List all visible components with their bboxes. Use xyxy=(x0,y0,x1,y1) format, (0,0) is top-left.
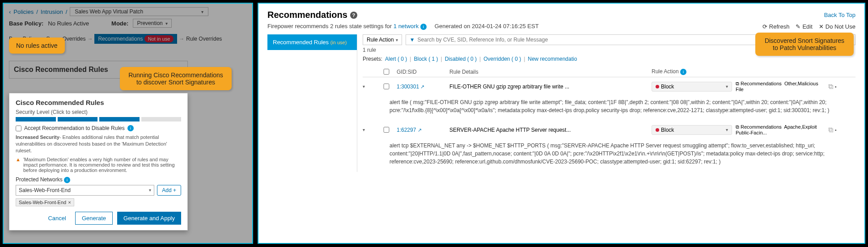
security-level-hint: (Click to select) xyxy=(51,109,88,115)
col-details: Rule Details xyxy=(449,69,648,75)
tab-recommendations-label: Recommendations xyxy=(98,36,143,42)
network-chip-label: Sales-Web-Front-End xyxy=(19,200,66,205)
table-row: ▾ 1:300301 ↗ FILE-OTHER GNU gzip zgrep a… xyxy=(363,77,855,96)
rule-detail: alert tcp $EXTERNAL_NET any -> $HOME_NET… xyxy=(363,139,855,172)
cancel-button[interactable]: Cancel xyxy=(43,212,70,225)
chevron-down-icon: ▾ xyxy=(726,84,728,89)
table-row: ▾ 1:62297 ↗ SERVER-APACHE Apache HTTP Se… xyxy=(363,121,855,139)
row-actions[interactable]: ⿻ ▪ xyxy=(829,127,855,133)
row-checkbox[interactable] xyxy=(380,127,393,133)
info-icon[interactable]: i xyxy=(127,125,134,131)
close-icon: ✕ xyxy=(819,23,824,30)
base-policy-label: Base Policy: xyxy=(9,20,43,27)
crumb-policies[interactable]: Policies xyxy=(13,8,34,15)
link-icon: ⧉ xyxy=(736,81,739,86)
max-detection-warning: ▲ 'Maximum Detection' enables a very hig… xyxy=(16,157,181,173)
preset-block[interactable]: Block ( 1 ) xyxy=(414,56,438,62)
block-icon xyxy=(656,85,659,88)
generate-apply-button[interactable]: Generate and Apply xyxy=(117,212,181,225)
rule-action-dropdown[interactable]: Rule Action ▾ xyxy=(363,34,402,45)
preset-new[interactable]: New recommendatio xyxy=(528,56,577,62)
rule-detail: alert file ( msg:"FILE-OTHER GNU gzip zg… xyxy=(363,96,855,121)
block-icon xyxy=(656,128,659,132)
chevron-down-icon: ▾ xyxy=(396,38,398,42)
col-action: Rule Action i xyxy=(652,68,732,75)
gid-sid[interactable]: 1:62297 ↗ xyxy=(397,127,446,133)
link-icon: ⧉ xyxy=(736,124,739,130)
generated-timestamp: Generated on 2024-01-24 07:16:25 EST xyxy=(435,23,539,29)
row-actions[interactable]: ⿻ ▪ xyxy=(829,84,855,89)
callout-discovered: Discovered Snort Signatures to Patch Vul… xyxy=(755,33,854,56)
tab-recommendations[interactable]: Recommendations Not in use xyxy=(94,34,177,44)
edit-button[interactable]: ✎ Edit xyxy=(796,23,812,30)
page-title: Recommendations ? xyxy=(267,10,357,20)
select-all-checkbox[interactable] xyxy=(380,69,393,75)
crumb-intrusion[interactable]: Intrusion xyxy=(41,8,63,15)
chevron-down-icon: ▾ xyxy=(201,9,203,14)
rule-title: SERVER-APACHE Apache HTTP Server request… xyxy=(449,127,648,133)
chevron-down-icon: ▾ xyxy=(165,21,168,26)
tab-rule-overrides[interactable]: Rule Overrides xyxy=(186,36,222,42)
presets-row: Presets: Alert ( 0 )| Block ( 1 )| Disab… xyxy=(363,56,855,62)
accept-disable-row: Accept Recommendation to Disable Rules i xyxy=(16,125,181,131)
mode-label: Mode: xyxy=(111,20,128,27)
table-header: GID:SID Rule Details Rule Action i xyxy=(363,67,855,77)
accept-disable-label: Accept Recommendation to Disable Rules xyxy=(24,125,125,131)
protected-networks-value: Sales-Web-Front-End xyxy=(19,187,71,193)
recommendation-summary: Firepower recommends 2 rules state setti… xyxy=(267,23,539,30)
policy-select-value: Sales Web App Virtual Patch xyxy=(75,8,143,15)
network-link[interactable]: 1 network xyxy=(394,23,419,29)
protected-networks-label: Protected Networks xyxy=(16,176,63,183)
gid-sid[interactable]: 1:300301 ↗ xyxy=(397,84,446,90)
row-checkbox[interactable] xyxy=(380,84,393,89)
refresh-icon: ⟳ xyxy=(762,23,767,30)
security-level-slider[interactable] xyxy=(16,117,181,121)
preset-overridden[interactable]: Overridden ( 0 ) xyxy=(483,56,521,62)
accept-disable-checkbox[interactable] xyxy=(16,126,21,131)
add-network-button[interactable]: Add + xyxy=(157,185,181,196)
rule-action-select[interactable]: Block▾ xyxy=(652,82,732,92)
chevron-left-icon[interactable]: ‹ xyxy=(9,8,11,15)
cisco-recommended-rules-modal: Cisco Recommended Rules Security Level (… xyxy=(9,93,188,230)
popout-icon[interactable]: ↗ xyxy=(418,127,422,133)
protected-networks-select[interactable]: Sales-Web-Front-End ▾ xyxy=(16,185,154,196)
recommendations-panel: Recommendations ? Back To Top Firepower … xyxy=(258,3,865,244)
base-policy-row: Base Policy: No Rules Active Mode: Preve… xyxy=(9,19,247,28)
in-use-badge: (in use) xyxy=(330,40,347,45)
preset-disabled[interactable]: Disabled ( 0 ) xyxy=(445,56,477,62)
warning-icon: ▲ xyxy=(16,157,21,173)
left-panel: ‹ Policies / Intrusion / Sales Web App V… xyxy=(3,3,253,244)
back-to-top-link[interactable]: Back To Top xyxy=(824,12,855,18)
increased-security-desc: Increased Security- Enables additional r… xyxy=(16,134,181,154)
expand-toggle[interactable]: ▾ xyxy=(363,84,376,89)
preset-alert[interactable]: Alert ( 0 ) xyxy=(385,56,407,62)
presets-label: Presets: xyxy=(363,56,382,62)
popout-icon[interactable]: ↗ xyxy=(420,84,424,89)
remove-chip-icon[interactable]: × xyxy=(68,200,71,205)
generate-button[interactable]: Generate xyxy=(75,212,113,225)
breadcrumb: ‹ Policies / Intrusion / Sales Web App V… xyxy=(9,7,247,16)
left-tabs: Recommended Rules (in use) xyxy=(267,34,357,172)
rule-meta: ⧉ Recommendations Other,Malicious File xyxy=(736,81,825,92)
expand-toggle[interactable]: ▾ xyxy=(363,127,376,132)
tab-recommended-rules[interactable]: Recommended Rules (in use) xyxy=(267,34,357,50)
network-chip: Sales-Web-Front-End × xyxy=(16,198,74,206)
rule-title: FILE-OTHER GNU gzip zgrep arbitrary file… xyxy=(449,84,648,90)
modal-title: Cisco Recommended Rules xyxy=(16,99,181,106)
mode-select[interactable]: Prevention ▾ xyxy=(133,19,171,28)
mode-value: Prevention xyxy=(137,20,162,26)
security-level-label: Security Level xyxy=(16,109,49,115)
callout-discover: Running Cisco Recommendations to discove… xyxy=(120,67,232,90)
rule-action-select[interactable]: Block▾ xyxy=(652,125,732,135)
help-icon[interactable]: ? xyxy=(350,12,357,19)
info-icon[interactable]: i xyxy=(64,177,70,183)
callout-no-rules: No rules active xyxy=(9,38,65,54)
pencil-icon: ✎ xyxy=(796,23,800,30)
info-icon[interactable]: i xyxy=(420,24,427,30)
info-icon[interactable]: i xyxy=(680,69,686,75)
do-not-use-button[interactable]: ✕ Do Not Use xyxy=(819,23,855,30)
col-gidsid: GID:SID xyxy=(397,69,446,75)
refresh-button[interactable]: ⟳ Refresh xyxy=(762,23,790,30)
base-policy-value: No Rules Active xyxy=(48,20,89,27)
policy-select[interactable]: Sales Web App Virtual Patch ▾ xyxy=(70,7,208,16)
